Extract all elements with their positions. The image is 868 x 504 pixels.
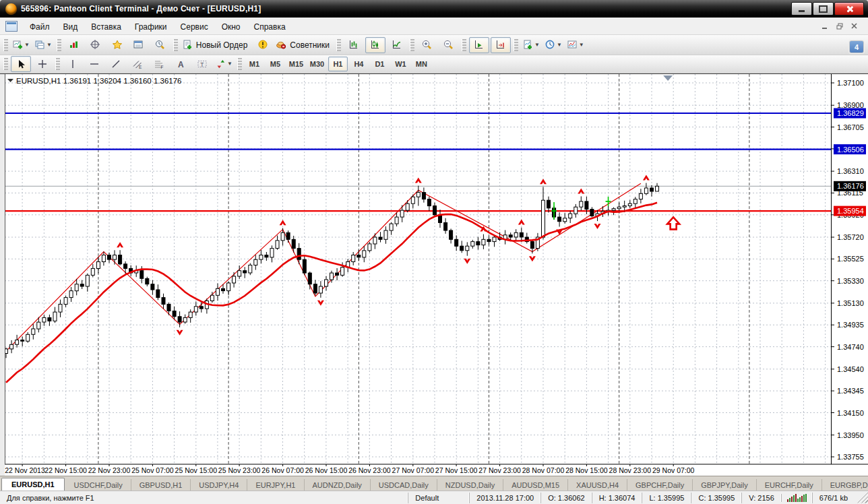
svg-text:27 Nov 23:00: 27 Nov 23:00 — [478, 466, 521, 474]
child-restore-button[interactable] — [834, 22, 845, 31]
svg-text:1.37100: 1.37100 — [837, 79, 864, 87]
timeframe-M30-button[interactable]: M30 — [307, 57, 327, 71]
toolbar-grip[interactable] — [514, 39, 518, 51]
fibonacci-button[interactable]: F — [149, 56, 169, 72]
menu-Файл[interactable]: Файл — [23, 20, 57, 34]
status-bar: Для справки, нажмите F1Default2013.11.28… — [0, 491, 868, 504]
chart-tab-USDCAD,Daily[interactable]: USDCAD,Daily — [371, 479, 437, 491]
toolbar-grip[interactable] — [336, 39, 341, 51]
toolbar-grip[interactable] — [57, 39, 61, 51]
chart-tab-GBPCHF,Daily[interactable]: GBPCHF,Daily — [627, 479, 693, 491]
menu-Вставка[interactable]: Вставка — [84, 20, 128, 34]
timeframe-M15-button[interactable]: M15 — [286, 57, 306, 71]
status-field-4: C: 1.35995 — [691, 493, 741, 503]
toolbar-grip[interactable] — [462, 39, 466, 51]
toolbar-grip[interactable] — [237, 58, 242, 70]
up-arrow-annotation[interactable] — [667, 217, 679, 229]
dropdown-caret-icon: ▼ — [557, 42, 562, 48]
svg-text:1.35720: 1.35720 — [837, 233, 864, 241]
child-close-button[interactable] — [849, 22, 860, 31]
minimize-button[interactable] — [791, 2, 812, 15]
trend-line-button[interactable] — [106, 56, 126, 72]
time-axis[interactable]: 22 Nov 201322 Nov 15:0022 Nov 23:0025 No… — [5, 464, 694, 474]
auto-scroll-button[interactable] — [469, 37, 489, 53]
timeframe-H4-button[interactable]: H4 — [349, 57, 369, 71]
tester-icon — [155, 40, 165, 50]
candle-chart-button[interactable] — [365, 37, 385, 53]
terminal-button[interactable] — [129, 37, 149, 53]
arrows-button[interactable]: ▼ — [214, 56, 235, 72]
chart-shift-button[interactable] — [491, 37, 511, 53]
toolbar-grip[interactable] — [3, 39, 8, 51]
timeframe-W1-button[interactable]: W1 — [391, 57, 410, 71]
chart-tab-USDJPY,H4[interactable]: USDJPY,H4 — [191, 479, 247, 491]
svg-text:1.36506: 1.36506 — [837, 146, 864, 154]
line-chart-button[interactable] — [387, 37, 407, 53]
status-profile[interactable]: Default — [408, 493, 469, 503]
alerts-button[interactable] — [253, 37, 273, 53]
svg-text:1.34935: 1.34935 — [837, 321, 864, 329]
templates-button[interactable]: ▼ — [565, 37, 586, 53]
menu-Справка[interactable]: Справка — [247, 20, 292, 34]
timeframe-MN-button[interactable]: MN — [412, 57, 431, 71]
profiles-button[interactable]: ▼ — [33, 37, 54, 53]
chart-tab-GBPUSD,H1[interactable]: GBPUSD,H1 — [131, 479, 191, 491]
profiles-icon — [35, 40, 45, 50]
community-notifications-badge[interactable]: 4 — [849, 40, 864, 53]
indicators-icon — [523, 40, 533, 50]
chart-window-icon[interactable] — [5, 21, 18, 32]
advisors-button[interactable]: Советники — [274, 37, 334, 53]
chart-tab-AUDUSD,M15[interactable]: AUDUSD,M15 — [503, 479, 568, 491]
periods-button[interactable]: ▼ — [543, 37, 564, 53]
market-watch-button[interactable] — [64, 37, 84, 53]
svg-text:1.36900: 1.36900 — [837, 101, 864, 109]
cursor-button[interactable] — [11, 56, 31, 72]
chart-tab-EURCHF,Daily[interactable]: EURCHF,Daily — [757, 479, 822, 491]
timeframe-D1-button[interactable]: D1 — [370, 57, 390, 71]
strategy-tester-button[interactable] — [150, 37, 170, 53]
timeframe-H1-button[interactable]: H1 — [328, 57, 348, 71]
resize-grip[interactable] — [857, 493, 868, 503]
maximize-button[interactable] — [813, 2, 834, 15]
chart-shift-marker[interactable] — [663, 75, 673, 81]
menu-Окно[interactable]: Окно — [215, 20, 247, 34]
menu-Графики[interactable]: Графики — [128, 20, 174, 34]
toolbar-grip[interactable] — [55, 58, 60, 70]
close-button[interactable] — [834, 2, 864, 15]
child-minimize-button[interactable] — [819, 22, 830, 31]
text-button[interactable]: A — [170, 56, 191, 72]
new-chart-button[interactable]: ▼ — [11, 37, 32, 53]
toolbar-grip[interactable] — [173, 39, 178, 51]
svg-text:29 Nov 07:00: 29 Nov 07:00 — [652, 466, 695, 474]
menu-Вид[interactable]: Вид — [57, 20, 85, 34]
vertical-line-button[interactable] — [63, 56, 83, 72]
toolbar-grip[interactable] — [410, 39, 414, 51]
horizontal-line-button[interactable] — [84, 56, 104, 72]
chart-tab-AUDNZD,Daily[interactable]: AUDNZD,Daily — [305, 479, 371, 491]
text-label-button[interactable]: T — [192, 56, 212, 72]
data-window-button[interactable] — [86, 37, 106, 53]
timeframe-M5-button[interactable]: M5 — [266, 57, 285, 71]
toolbar-grip[interactable] — [3, 58, 8, 70]
chart-tab-EURJPY,H1[interactable]: EURJPY,H1 — [247, 479, 304, 491]
zoom-in-button[interactable] — [417, 37, 437, 53]
zoom-out-button[interactable] — [439, 37, 459, 53]
equidistant-channel-button[interactable]: E — [127, 56, 148, 72]
menu-Сервис[interactable]: Сервис — [174, 20, 215, 34]
new-order-button[interactable]: Новый Ордер — [181, 37, 251, 53]
chart-tab-EURUSD,H1[interactable]: EURUSD,H1 — [1, 478, 65, 491]
chart-tab-XAUUSD,H4[interactable]: XAUUSD,H4 — [568, 479, 627, 491]
chart-tab-GBPJPY,Daily[interactable]: GBPJPY,Daily — [693, 479, 757, 491]
navigator-button[interactable] — [107, 37, 127, 53]
bar-chart-button[interactable] — [344, 37, 364, 53]
indicators-button[interactable]: ▼ — [521, 37, 542, 53]
price-axis[interactable]: 1.371001.369001.367051.365101.363101.361… — [832, 79, 866, 461]
chart-tab-EURGBP,Daily[interactable]: EURGBP,Daily — [822, 479, 868, 491]
chart-tab-USDCHF,Daily[interactable]: USDCHF,Daily — [66, 479, 131, 491]
crosshair-button[interactable] — [32, 56, 53, 72]
chart-tab-NZDUSD,Daily[interactable]: NZDUSD,Daily — [437, 479, 503, 491]
timeframe-M1-button[interactable]: M1 — [245, 57, 264, 71]
price-chart-canvas[interactable]: EURUSD,H1 1.36191 1.36204 1.36160 1.3617… — [5, 74, 868, 476]
svg-text:1.36829: 1.36829 — [837, 109, 864, 117]
symbol-dropdown-icon[interactable] — [7, 79, 13, 82]
